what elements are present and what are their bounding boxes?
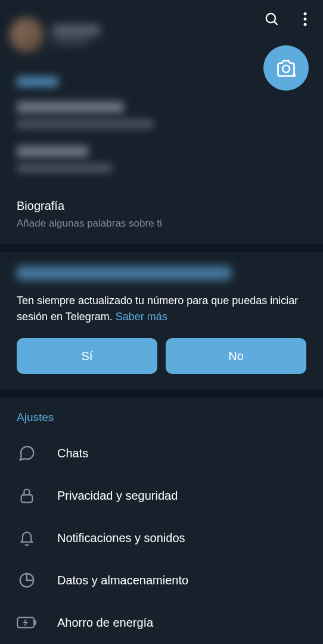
bio-title: Biografía — [17, 199, 306, 213]
svg-point-5 — [282, 66, 290, 73]
phone-number[interactable] — [17, 101, 124, 113]
no-button[interactable]: No — [166, 338, 306, 374]
section-divider — [0, 244, 323, 252]
settings-label: Privacidad y seguridad — [57, 489, 178, 503]
battery-icon — [17, 612, 37, 633]
prompt-text: Ten siempre actualizado tu número para q… — [17, 293, 306, 325]
settings-label: Chats — [57, 447, 88, 460]
settings-label: Notificaciones y sonidos — [57, 531, 185, 545]
phone-hint — [17, 119, 154, 129]
username[interactable] — [17, 145, 88, 157]
yes-button[interactable]: Sí — [17, 338, 157, 374]
account-label — [17, 76, 58, 87]
bio-row[interactable]: Biografía Añade algunas palabras sobre t… — [0, 199, 323, 244]
phone-prompt: Ten siempre actualizado tu número para q… — [0, 252, 323, 389]
profile-info[interactable] — [10, 18, 313, 52]
settings-item-notifications[interactable]: Notificaciones y sonidos — [0, 517, 323, 559]
camera-button[interactable] — [263, 45, 309, 91]
section-divider — [0, 389, 323, 398]
profile-header — [0, 0, 323, 66]
bell-icon — [17, 528, 37, 548]
settings-item-battery[interactable]: Ahorro de energía — [0, 602, 323, 643]
settings-item-chats[interactable]: Chats — [0, 432, 323, 474]
settings-label: Ahorro de energía — [57, 616, 153, 630]
settings-label: Datos y almacenamiento — [57, 574, 188, 587]
svg-rect-8 — [21, 495, 33, 503]
avatar — [10, 18, 44, 52]
svg-point-2 — [304, 13, 307, 16]
bio-subtitle: Añade algunas palabras sobre ti — [17, 218, 306, 230]
prompt-question — [17, 267, 231, 280]
settings-section: Ajustes Chats Privacidad y seguridad Not… — [0, 398, 323, 643]
learn-more-link[interactable]: Saber más — [116, 311, 167, 323]
chat-icon — [17, 443, 37, 463]
username-hint — [17, 163, 112, 173]
settings-item-privacy[interactable]: Privacidad y seguridad — [0, 475, 323, 516]
settings-item-data[interactable]: Datos y almacenamiento — [0, 559, 323, 601]
settings-title: Ajustes — [0, 411, 323, 432]
lock-icon — [17, 485, 37, 506]
svg-rect-11 — [35, 620, 36, 624]
pie-icon — [17, 570, 37, 590]
